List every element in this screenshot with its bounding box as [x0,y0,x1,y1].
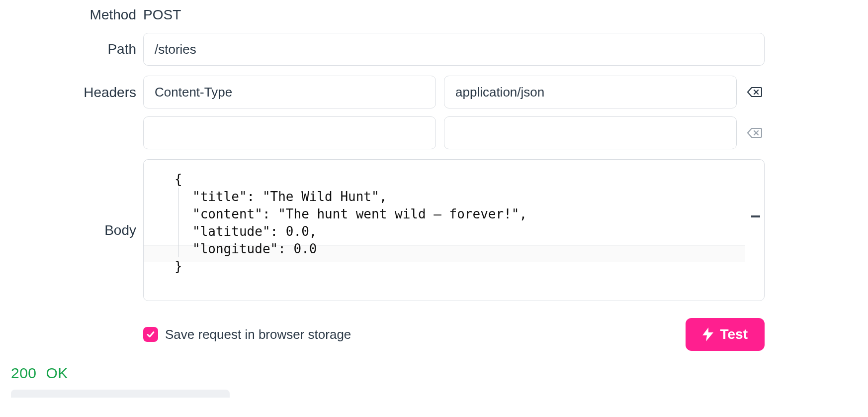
headers-row: Headers [0,76,868,149]
path-label: Path [0,41,143,57]
code-line: "longitude": 0.0 [174,240,764,258]
backspace-delete-icon [747,127,762,138]
indent-guide [178,188,179,257]
response-status: 200 OK [11,365,868,382]
method-label: Method [0,7,143,23]
status-text: OK [46,365,68,381]
test-button[interactable]: Test [686,318,765,351]
headers-label: Headers [0,76,143,101]
header-key-input[interactable] [143,76,436,108]
header-value-input[interactable] [444,76,737,108]
delete-header-button[interactable] [747,127,762,138]
minimap-mark-icon [751,215,760,217]
backspace-delete-icon [747,87,762,98]
delete-header-button[interactable] [747,87,762,98]
code-line: "title": "The Wild Hunt", [174,188,764,206]
code-line: "latitude": 0.0, [174,223,764,240]
save-checkbox[interactable] [143,327,158,342]
method-row: Method POST [0,7,868,23]
code-line: } [174,258,764,275]
body-row: Body { "title": "The Wild Hunt", "conten… [0,159,868,301]
header-key-input[interactable] [143,116,436,149]
check-icon [146,330,155,339]
path-row: Path [0,33,868,66]
save-request-toggle[interactable]: Save request in browser storage [143,327,351,342]
code-line: { [174,171,764,188]
header-pair [143,116,765,149]
header-pair [143,76,765,108]
status-code: 200 [11,365,37,381]
header-value-input[interactable] [444,116,737,149]
body-editor[interactable]: { "title": "The Wild Hunt", "content": "… [143,159,765,301]
bolt-icon [702,327,713,341]
method-value[interactable]: POST [143,7,181,23]
save-label: Save request in browser storage [165,327,351,342]
body-label: Body [0,222,143,238]
path-input[interactable] [143,33,765,66]
editor-minimap[interactable] [749,162,761,298]
request-form: Method POST Path Headers [0,0,868,398]
footer-row: Save request in browser storage Test [0,318,868,351]
response-panel-peek [11,390,230,398]
code-line: "content": "The hunt went wild – forever… [174,206,764,223]
body-code: { "title": "The Wild Hunt", "content": "… [144,171,764,276]
test-button-label: Test [720,326,748,342]
